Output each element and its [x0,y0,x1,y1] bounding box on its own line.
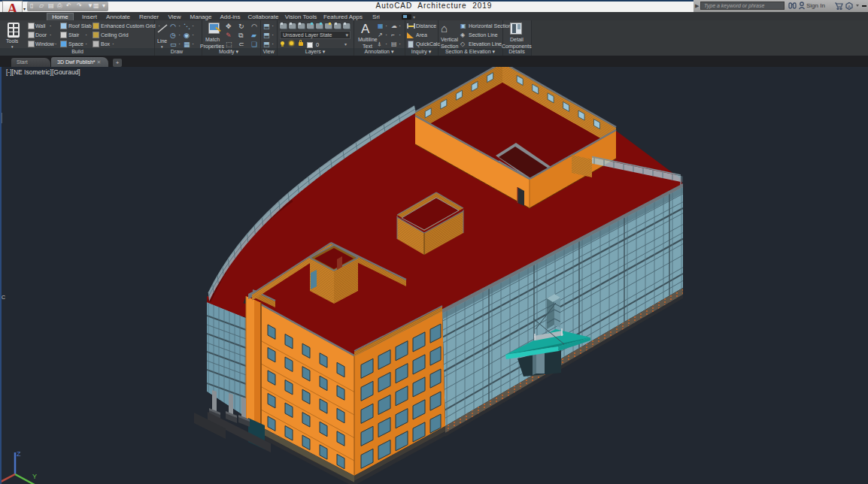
svg-text:Y: Y [32,473,37,480]
svg-text:Z: Z [17,450,21,458]
svg-text:C: C [2,295,5,300]
svg-text:A: A [848,5,851,9]
